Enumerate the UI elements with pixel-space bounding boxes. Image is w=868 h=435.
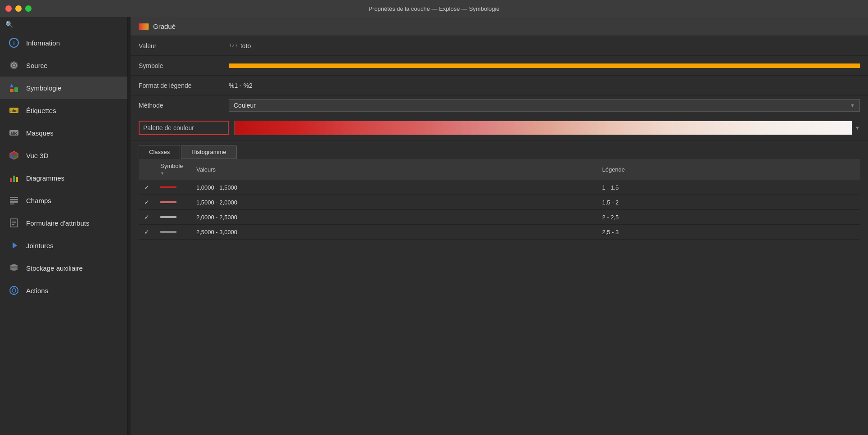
- sidebar-item-jointures[interactable]: Jointures: [0, 234, 127, 257]
- valeur-value: 123 toto: [229, 42, 860, 50]
- maximize-button[interactable]: [25, 5, 32, 12]
- svg-marker-6: [10, 84, 14, 87]
- sidebar-item-information[interactable]: i Information: [0, 32, 127, 54]
- palette-arrow-icon: ▼: [855, 125, 860, 131]
- palette-label: Palette de couleur: [139, 121, 229, 135]
- legende-1: 1 - 1,5: [597, 180, 860, 195]
- valeur-label: Valeur: [139, 42, 229, 50]
- search-bar: 🔍: [0, 17, 127, 32]
- symbole-value[interactable]: [229, 63, 860, 68]
- methode-arrow-icon: ▼: [850, 103, 855, 108]
- check-2: ✓: [139, 195, 155, 210]
- sidebar-label-etiquettes: Étiquettes: [26, 107, 56, 114]
- sidebar-label-actions: Actions: [26, 287, 48, 295]
- methode-text: Couleur: [234, 102, 256, 109]
- format-label: Format de légende: [139, 82, 229, 89]
- legende-4: 2,5 - 3: [597, 225, 860, 240]
- information-icon: i: [8, 37, 20, 49]
- format-text: %1 - %2: [229, 82, 253, 89]
- svg-rect-16: [13, 176, 15, 182]
- classes-table: Symbole ▼ Valeurs Légende: [139, 159, 860, 240]
- form-area: Valeur 123 toto Symbole Format de légend…: [131, 36, 868, 140]
- diagrammes-icon: [8, 172, 20, 184]
- sidebar-label-symbologie: Symbologie: [26, 84, 61, 92]
- formulaire-icon: [8, 217, 20, 229]
- svg-rect-19: [10, 199, 18, 200]
- svg-rect-18: [10, 197, 18, 198]
- sidebar-label-diagrammes: Diagrammes: [26, 174, 64, 182]
- svg-rect-15: [10, 178, 12, 182]
- methode-label: Méthode: [139, 102, 229, 109]
- svg-text:i: i: [13, 40, 15, 46]
- format-value: %1 - %2: [229, 82, 860, 89]
- sidebar-item-diagrammes[interactable]: Diagrammes: [0, 167, 127, 189]
- sidebar-label-source: Source: [26, 62, 48, 69]
- table-row: ✓ 1,5000 - 2,0000 1,5 - 2: [139, 195, 860, 210]
- sidebar-item-source[interactable]: Source: [0, 54, 127, 77]
- jointures-icon: [8, 240, 20, 251]
- titlebar: Propriétés de la couche — Explosé — Symb…: [0, 0, 868, 17]
- sidebar-item-etiquettes[interactable]: abc Étiquettes: [0, 99, 127, 122]
- etiquettes-icon: abc: [8, 104, 20, 116]
- sidebar-item-formulaire[interactable]: Formulaire d'attributs: [0, 212, 127, 234]
- tab-histogramme[interactable]: Histogramme: [181, 145, 236, 159]
- table-row: ✓ 1,0000 - 1,5000 1 - 1,5: [139, 180, 860, 195]
- main-container: 🔍 i Information: [0, 17, 868, 435]
- close-button[interactable]: [5, 5, 12, 12]
- valeurs-1: 1,0000 - 1,5000: [191, 180, 597, 195]
- svg-point-3: [13, 64, 15, 66]
- sidebar-item-masques[interactable]: abc Masques: [0, 122, 127, 144]
- check-1: ✓: [139, 180, 155, 195]
- svg-rect-21: [10, 204, 14, 204]
- symbol-3: [155, 210, 191, 225]
- valeur-text: toto: [240, 42, 251, 50]
- sym-line-1: [160, 186, 176, 188]
- content-header: Gradué: [131, 17, 868, 36]
- sidebar-item-champs[interactable]: Champs: [0, 189, 127, 212]
- svg-rect-20: [10, 201, 18, 203]
- table-header-row: Symbole ▼ Valeurs Légende: [139, 159, 860, 180]
- sidebar-item-actions[interactable]: Actions: [0, 279, 127, 302]
- svg-marker-26: [13, 242, 17, 249]
- palette-gradient[interactable]: [234, 121, 852, 135]
- gradue-icon: [139, 23, 149, 30]
- legende-2: 1,5 - 2: [597, 195, 860, 210]
- sidebar-label-stockage: Stockage auxiliaire: [26, 264, 83, 272]
- svg-text:abc: abc: [10, 109, 18, 113]
- col-symbole[interactable]: Symbole ▼: [155, 159, 191, 180]
- sidebar: 🔍 i Information: [0, 17, 128, 435]
- methode-dropdown[interactable]: Couleur ▼: [229, 99, 860, 112]
- svg-rect-23: [12, 221, 16, 222]
- masques-icon: abc: [8, 127, 20, 139]
- content-area: Gradué Valeur 123 toto Symbole For: [131, 17, 868, 435]
- window-title: Propriétés de la couche — Explosé — Symb…: [368, 5, 499, 12]
- tabs-area: Classes Histogramme: [131, 140, 868, 159]
- valeur-row: Valeur 123 toto: [131, 36, 868, 56]
- col-check: [139, 159, 155, 180]
- symbole-gradient-bar: [229, 63, 860, 68]
- minimize-button[interactable]: [15, 5, 22, 12]
- sidebar-item-stockage[interactable]: Stockage auxiliaire: [0, 257, 127, 279]
- valeurs-4: 2,5000 - 3,0000: [191, 225, 597, 240]
- valeurs-2: 1,5000 - 2,0000: [191, 195, 597, 210]
- table-row: ✓ 2,0000 - 2,5000 2 - 2,5: [139, 210, 860, 225]
- svg-rect-5: [14, 87, 18, 92]
- svg-rect-4: [10, 89, 14, 92]
- champs-icon: [8, 195, 20, 206]
- sidebar-item-symbologie[interactable]: Symbologie: [0, 77, 127, 99]
- sym-line-3: [160, 216, 176, 218]
- sidebar-label-masques: Masques: [26, 129, 54, 137]
- sidebar-label-information: Information: [26, 39, 60, 47]
- svg-rect-17: [16, 177, 18, 182]
- symbole-label: Symbole: [139, 62, 229, 69]
- col-legende: Légende: [597, 159, 860, 180]
- source-icon: [8, 59, 20, 71]
- symbole-row: Symbole: [131, 56, 868, 76]
- svg-point-31: [12, 289, 16, 292]
- check-4: ✓: [139, 225, 155, 240]
- tab-classes[interactable]: Classes: [139, 145, 180, 159]
- sym-line-2: [160, 201, 176, 203]
- sidebar-item-vue3d[interactable]: Vue 3D: [0, 144, 127, 167]
- sort-icon: ▼: [160, 171, 164, 176]
- methode-row: Méthode Couleur ▼: [131, 95, 868, 115]
